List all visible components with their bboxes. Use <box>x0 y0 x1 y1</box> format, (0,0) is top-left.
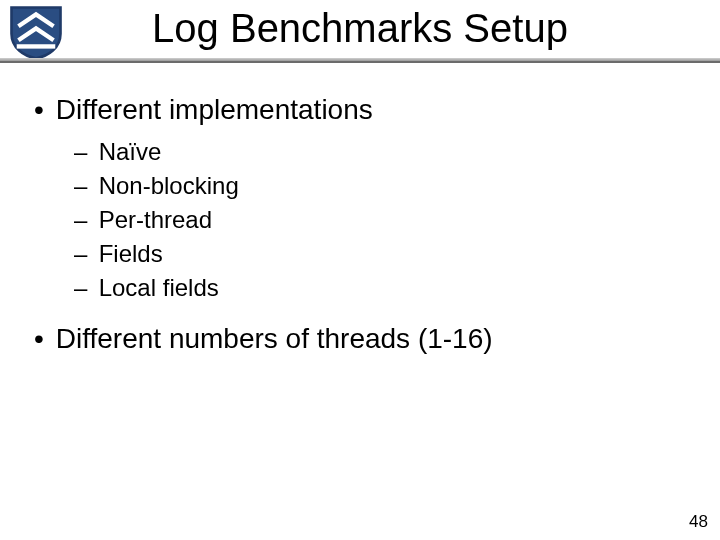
slide-body: • Different implementations – Naïve – No… <box>34 88 686 374</box>
page-number: 48 <box>689 512 708 532</box>
bullet-level2: – Per-thread <box>74 205 686 235</box>
sub-bullet-text: Local fields <box>99 274 219 301</box>
dash-icon: – <box>74 137 92 167</box>
bullet-level2: – Naïve <box>74 137 686 167</box>
bullet-level1: • Different implementations <box>34 92 686 127</box>
dash-icon: – <box>74 239 92 269</box>
sub-bullet-list: – Naïve – Non-blocking – Per-thread – Fi… <box>74 137 686 303</box>
bullet-text: Different implementations <box>56 94 373 125</box>
dash-icon: – <box>74 171 92 201</box>
dash-icon: – <box>74 273 92 303</box>
header: Log Benchmarks Setup <box>0 0 720 64</box>
bullet-level2: – Local fields <box>74 273 686 303</box>
slide: Log Benchmarks Setup • Different impleme… <box>0 0 720 540</box>
bullet-level2: – Non-blocking <box>74 171 686 201</box>
bullet-level2: – Fields <box>74 239 686 269</box>
sub-bullet-text: Naïve <box>99 138 162 165</box>
bullet-group: • Different numbers of threads (1-16) <box>34 321 686 356</box>
sub-bullet-text: Per-thread <box>99 206 212 233</box>
title-underline <box>0 58 720 64</box>
bullet-dot-icon: • <box>34 92 48 127</box>
bullet-dot-icon: • <box>34 321 48 356</box>
bullet-level1: • Different numbers of threads (1-16) <box>34 321 686 356</box>
sub-bullet-text: Fields <box>99 240 163 267</box>
bullet-text: Different numbers of threads (1-16) <box>56 323 493 354</box>
sub-bullet-text: Non-blocking <box>99 172 239 199</box>
bullet-group: • Different implementations – Naïve – No… <box>34 92 686 303</box>
dash-icon: – <box>74 205 92 235</box>
slide-title: Log Benchmarks Setup <box>0 6 720 51</box>
